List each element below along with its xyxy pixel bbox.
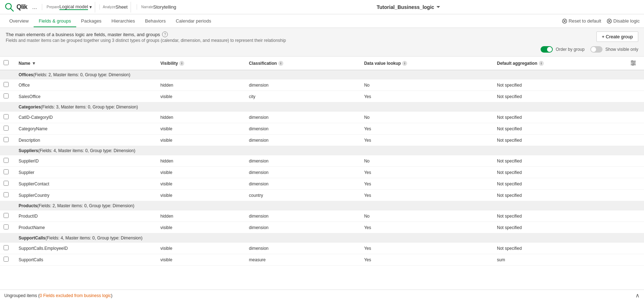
table-row[interactable]: Description visible dimension Yes Not sp… bbox=[0, 135, 644, 146]
row-checkbox-cell bbox=[0, 190, 15, 201]
tab-hierarchies[interactable]: Hierarchies bbox=[107, 15, 140, 27]
row-checkbox[interactable] bbox=[4, 245, 9, 250]
table-row[interactable]: SalesOffice visible city Yes Not specifi… bbox=[0, 91, 644, 102]
row-checkbox[interactable] bbox=[4, 93, 9, 98]
app-title: Tutorial_Business_logic bbox=[176, 4, 640, 10]
separator-2 bbox=[131, 2, 131, 13]
group-row: Suppliers(Fields: 4, Master items: 0, Gr… bbox=[0, 146, 644, 156]
select-all-checkbox[interactable] bbox=[4, 60, 9, 65]
create-group-button[interactable]: + Create group bbox=[596, 31, 638, 42]
column-settings-button[interactable] bbox=[630, 59, 637, 67]
separator-1 bbox=[95, 2, 95, 13]
row-classification: dimension bbox=[245, 222, 361, 233]
row-classification: dimension bbox=[245, 135, 361, 146]
visibility-info-icon[interactable]: i bbox=[179, 61, 184, 66]
row-checkbox-cell bbox=[0, 79, 15, 91]
logical-model-chevron: ▾ bbox=[89, 4, 92, 10]
bottom-bar: Ungrouped items ( 0 Fields excluded from… bbox=[0, 290, 644, 301]
info-controls: + Create group Order by group Show visib… bbox=[541, 31, 638, 53]
bottom-chevron-up[interactable]: ∧ bbox=[635, 292, 640, 299]
excluded-fields-link[interactable]: 0 Fields excluded from business logic bbox=[40, 293, 111, 298]
logical-model-value[interactable]: Logical model ▾ bbox=[59, 4, 92, 10]
prepare-label: Prepare bbox=[47, 5, 59, 9]
row-actions bbox=[626, 254, 644, 266]
analyze-section: Analyze Sheet bbox=[99, 4, 128, 10]
table-row[interactable]: Office hidden dimension No Not specified bbox=[0, 79, 644, 91]
ungrouped-items-label: Ungrouped items bbox=[4, 293, 37, 298]
row-checkbox[interactable] bbox=[4, 181, 9, 186]
data-value-lookup-info-icon[interactable]: i bbox=[402, 61, 407, 66]
row-data-value-lookup: Yes bbox=[361, 135, 493, 146]
disable-logic-button[interactable]: Disable logic bbox=[607, 18, 640, 24]
row-default-aggregation: Not specified bbox=[493, 123, 626, 135]
row-default-aggregation: sum bbox=[493, 254, 626, 266]
show-visible-only-toggle[interactable] bbox=[590, 46, 602, 53]
row-actions bbox=[626, 135, 644, 146]
info-title: The main elements of a business logic ar… bbox=[6, 31, 286, 37]
row-visibility: visible bbox=[157, 222, 245, 233]
order-by-group-toggle[interactable] bbox=[541, 46, 553, 53]
table-row[interactable]: ProductName visible dimension Yes Not sp… bbox=[0, 222, 644, 233]
row-visibility: visible bbox=[157, 91, 245, 102]
tab-calendar-periods[interactable]: Calendar periods bbox=[171, 15, 216, 27]
storytelling-value[interactable]: Storytelling bbox=[153, 4, 176, 10]
app-title-chevron[interactable] bbox=[436, 6, 440, 8]
row-name: SupportCalls bbox=[15, 254, 157, 266]
row-checkbox-cell bbox=[0, 210, 15, 222]
row-checkbox[interactable] bbox=[4, 257, 9, 262]
row-checkbox[interactable] bbox=[4, 114, 9, 119]
row-checkbox[interactable] bbox=[4, 224, 9, 229]
row-name: Supplier bbox=[15, 167, 157, 178]
th-classification: Classification i bbox=[245, 57, 361, 70]
row-checkbox[interactable] bbox=[4, 82, 9, 87]
th-data-value-lookup: Data value lookup i bbox=[361, 57, 493, 70]
title-help-icon[interactable]: ? bbox=[162, 31, 168, 37]
table-row[interactable]: Supplier visible dimension Yes Not speci… bbox=[0, 167, 644, 178]
row-default-aggregation: Not specified bbox=[493, 135, 626, 146]
table-row[interactable]: ProductID hidden dimension No Not specif… bbox=[0, 210, 644, 222]
disable-icon bbox=[607, 19, 612, 24]
info-subtitle: Fields and master items can be grouped t… bbox=[6, 38, 286, 43]
table-row[interactable]: SupportCalls visible measure Yes sum bbox=[0, 254, 644, 266]
row-checkbox[interactable] bbox=[4, 137, 9, 142]
qlik-wordmark: Qlik bbox=[16, 3, 27, 11]
table-row[interactable]: CatID-CategoryID hidden dimension No Not… bbox=[0, 112, 644, 123]
row-checkbox-cell bbox=[0, 222, 15, 233]
row-name: Office bbox=[15, 79, 157, 91]
svg-rect-11 bbox=[632, 60, 633, 62]
row-data-value-lookup: Yes bbox=[361, 178, 493, 190]
row-actions bbox=[626, 123, 644, 135]
more-menu-button[interactable]: ... bbox=[30, 3, 39, 12]
row-checkbox[interactable] bbox=[4, 126, 9, 131]
table-row[interactable]: SupportCalls.EmployeeID visible dimensio… bbox=[0, 243, 644, 254]
row-checkbox[interactable] bbox=[4, 169, 9, 174]
narrate-section: Narrate Storytelling bbox=[137, 4, 176, 10]
tab-behaviors[interactable]: Behaviors bbox=[140, 15, 171, 27]
row-data-value-lookup: Yes bbox=[361, 190, 493, 201]
row-default-aggregation: Not specified bbox=[493, 243, 626, 254]
classification-info-icon[interactable]: i bbox=[278, 61, 283, 66]
row-actions bbox=[626, 167, 644, 178]
tab-overview[interactable]: Overview bbox=[4, 15, 34, 27]
default-aggregation-info-icon[interactable]: i bbox=[539, 61, 544, 66]
name-filter-icon[interactable]: ▼ bbox=[32, 61, 36, 66]
info-bar: The main elements of a business logic ar… bbox=[0, 28, 644, 57]
table-row[interactable]: CategoryName visible dimension Yes Not s… bbox=[0, 123, 644, 135]
reset-to-default-button[interactable]: Reset to default bbox=[562, 18, 601, 24]
row-actions bbox=[626, 190, 644, 201]
row-checkbox[interactable] bbox=[4, 158, 9, 163]
sheet-value[interactable]: Sheet bbox=[116, 4, 128, 10]
row-data-value-lookup: Yes bbox=[361, 167, 493, 178]
svg-rect-8 bbox=[631, 61, 636, 62]
row-checkbox-cell bbox=[0, 112, 15, 123]
table-row[interactable]: SupplierCountry visible country Yes Not … bbox=[0, 190, 644, 201]
row-data-value-lookup: No bbox=[361, 112, 493, 123]
row-classification: dimension bbox=[245, 123, 361, 135]
row-checkbox[interactable] bbox=[4, 213, 9, 218]
tab-packages[interactable]: Packages bbox=[76, 15, 107, 27]
row-data-value-lookup: No bbox=[361, 210, 493, 222]
table-row[interactable]: SupplierContact visible dimension Yes No… bbox=[0, 178, 644, 190]
tab-fields-groups[interactable]: Fields & groups bbox=[34, 15, 76, 27]
row-checkbox[interactable] bbox=[4, 192, 9, 197]
table-row[interactable]: SupplierID hidden dimension No Not speci… bbox=[0, 155, 644, 167]
